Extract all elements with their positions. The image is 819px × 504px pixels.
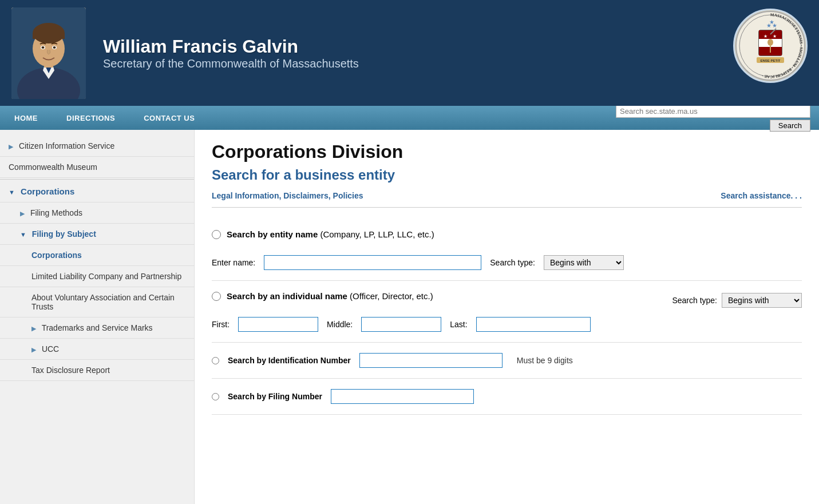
arrow-down-icon: ▼: [9, 189, 15, 196]
svg-point-10: [42, 46, 45, 49]
entity-name-row: Enter name: Search type: Begins with Con…: [212, 255, 802, 270]
sidebar-item-filing-by-subject[interactable]: ▼ Filing by Subject: [0, 224, 194, 245]
entity-name-input[interactable]: [264, 255, 481, 270]
page-title: Corporations Division: [212, 141, 802, 162]
svg-text:★: ★: [773, 34, 777, 39]
official-photo: [11, 7, 86, 99]
svg-rect-16: [759, 30, 782, 39]
id-number-row: Search by Identification Number Must be …: [212, 353, 802, 368]
sidebar-label: Commonwealth Museum: [9, 162, 97, 172]
main-layout: ▶ Citizen Information Service Commonweal…: [0, 130, 819, 504]
individual-name-label-strong: Search by an individual name: [227, 291, 347, 301]
filing-number-row: Search by Filing Number: [212, 389, 802, 404]
sidebar-label: Citizen Information Service: [19, 141, 114, 150]
filing-number-label: Search by Filing Number: [228, 392, 322, 401]
id-number-label: Search by Identification Number: [228, 356, 351, 365]
sidebar: ▶ Citizen Information Service Commonweal…: [0, 130, 195, 504]
search-assistance-link[interactable]: Search assistance. . .: [721, 191, 802, 200]
sidebar-label: Tax Disclosure Report: [31, 366, 110, 375]
arrow-down-icon: ▼: [20, 231, 26, 238]
entity-name-header: Search by entity name (Company, LP, LLP,…: [212, 229, 434, 239]
entity-name-label-strong: Search by entity name: [227, 229, 318, 239]
arrow-icon: ▶: [9, 143, 13, 150]
search-type-label-1: Search type:: [490, 258, 535, 267]
main-content: Corporations Division Search for a busin…: [195, 130, 819, 504]
sidebar-item-corporations-sub[interactable]: Corporations: [0, 245, 194, 266]
sidebar-label: About Voluntary Association and Certain …: [31, 293, 175, 311]
search-type-label-2: Search type:: [672, 296, 717, 305]
first-name-input[interactable]: [238, 317, 318, 332]
page-header: William Francis Galvin Secretary of the …: [0, 0, 819, 106]
arrow-icon: ▶: [31, 346, 36, 354]
individual-name-radio[interactable]: [212, 292, 221, 301]
search-type-select-2[interactable]: Begins with Contains Exact: [722, 293, 802, 308]
entity-name-label-rest: (Company, LP, LLP, LLC, etc.): [320, 229, 434, 239]
nav-contact[interactable]: CONTACT US: [129, 106, 209, 130]
search-section-id-number: Search by Identification Number Must be …: [212, 343, 802, 379]
arrow-icon: ▶: [31, 325, 36, 332]
sidebar-item-ucc[interactable]: ▶ UCC: [0, 339, 194, 360]
id-number-label-strong: Search by Identification Number: [228, 356, 351, 365]
sidebar-item-filing-methods[interactable]: ▶ Filing Methods: [0, 203, 194, 224]
individual-name-header: Search by an individual name (Officer, D…: [212, 291, 433, 301]
id-number-input[interactable]: [359, 353, 503, 368]
arrow-icon: ▶: [20, 210, 25, 217]
svg-point-22: [767, 39, 773, 46]
search-type-select-1[interactable]: Begins with Contains Exact: [544, 255, 624, 270]
header-text-block: William Francis Galvin Secretary of the …: [103, 36, 359, 70]
sidebar-item-voluntary-assoc[interactable]: About Voluntary Association and Certain …: [0, 287, 194, 318]
sidebar-label: Filing by Subject: [32, 229, 96, 239]
middle-name-input[interactable]: [361, 317, 441, 332]
svg-text:★: ★: [763, 34, 767, 39]
search-type-area-2: Search type: Begins with Contains Exact: [672, 293, 802, 308]
last-name-label: Last:: [450, 320, 467, 329]
last-name-input[interactable]: [476, 317, 591, 332]
svg-rect-7: [33, 33, 65, 39]
filing-number-label-strong: Search by Filing Number: [228, 392, 322, 401]
svg-point-11: [53, 46, 56, 49]
sidebar-label: Corporations: [31, 251, 82, 260]
sidebar-label: Limited Liability Company and Partnershi…: [31, 272, 181, 281]
entity-name-field-label: Enter name:: [212, 258, 255, 267]
svg-text:★: ★: [772, 22, 777, 29]
sidebar-label: Trademarks and Service Marks: [42, 323, 153, 332]
nav-items: HOME DIRECTIONS CONTACT US: [0, 106, 607, 130]
sidebar-item-commonwealth-museum[interactable]: Commonwealth Museum: [0, 157, 194, 178]
individual-name-label-rest: (Officer, Director, etc.): [350, 291, 433, 301]
svg-text:ENSE PETIT: ENSE PETIT: [760, 59, 780, 62]
sidebar-label: Corporations: [21, 186, 74, 196]
filing-number-radio[interactable]: [212, 393, 219, 400]
nav-home[interactable]: HOME: [0, 106, 52, 130]
individual-name-row: First: Middle: Last:: [212, 317, 802, 332]
sidebar-item-tax-disclosure[interactable]: Tax Disclosure Report: [0, 360, 194, 381]
filing-number-input[interactable]: [331, 389, 474, 404]
content-links-bar: Legal Information, Disclaimers, Policies…: [212, 191, 802, 208]
middle-name-label: Middle:: [327, 320, 353, 329]
nav-directions[interactable]: DIRECTIONS: [52, 106, 129, 130]
legal-info-link[interactable]: Legal Information, Disclaimers, Policies: [212, 191, 363, 200]
individual-name-label: Search by an individual name (Officer, D…: [227, 291, 433, 301]
main-navbar: HOME DIRECTIONS CONTACT US Search: [0, 106, 819, 130]
sidebar-item-trademarks[interactable]: ▶ Trademarks and Service Marks: [0, 318, 194, 339]
state-seal: MASSACHUSETTENSIS · SIGILLUM · REIPUBLIC…: [733, 9, 808, 83]
page-subtitle: Search for a business entity: [212, 167, 802, 183]
search-section-entity-name: Search by entity name (Company, LP, LLP,…: [212, 219, 802, 281]
sidebar-divider: [0, 179, 194, 180]
official-title: Secretary of the Commonwealth of Massach…: [103, 57, 359, 70]
entity-name-radio[interactable]: [212, 230, 221, 239]
entity-name-label: Search by entity name (Company, LP, LLP,…: [227, 229, 434, 239]
sidebar-item-citizen-info[interactable]: ▶ Citizen Information Service: [0, 136, 194, 157]
sidebar-label: UCC: [42, 344, 59, 354]
site-search-input[interactable]: [616, 105, 810, 118]
id-number-radio[interactable]: [212, 357, 219, 364]
sidebar-item-corporations-top[interactable]: ▼ Corporations: [0, 181, 194, 203]
search-section-individual-name: Search by an individual name (Officer, D…: [212, 281, 802, 343]
id-number-note: Must be 9 digits: [517, 356, 573, 365]
sidebar-label: Filing Methods: [30, 208, 82, 217]
first-name-label: First:: [212, 320, 230, 329]
official-name: William Francis Galvin: [103, 36, 359, 57]
nav-search-area: Search: [607, 102, 819, 134]
search-section-filing-number: Search by Filing Number: [212, 379, 802, 415]
sidebar-item-llc[interactable]: Limited Liability Company and Partnershi…: [0, 266, 194, 287]
